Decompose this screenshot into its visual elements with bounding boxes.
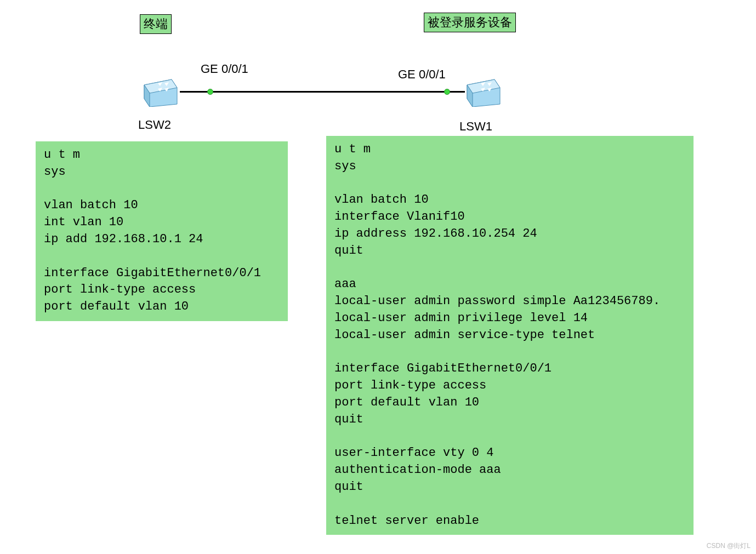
link-dot-left: [207, 89, 213, 95]
device-label-left: LSW2: [138, 118, 171, 132]
config-box-lsw1: u t m sys vlan batch 10 interface Vlanif…: [326, 136, 694, 535]
port-label-left: GE 0/0/1: [201, 62, 248, 76]
watermark: CSDN @街灯L: [707, 541, 751, 551]
switch-icon-left: [141, 77, 180, 107]
link-line: [180, 91, 465, 93]
terminal-label: 终端: [140, 14, 172, 34]
port-label-right: GE 0/0/1: [398, 67, 446, 82]
switch-icon-right: [464, 77, 503, 107]
link-dot-right: [444, 89, 450, 95]
device-label-right: LSW1: [459, 119, 492, 134]
config-box-lsw2: u t m sys vlan batch 10 int vlan 10 ip a…: [36, 141, 288, 321]
server-label: 被登录服务设备: [424, 13, 516, 32]
